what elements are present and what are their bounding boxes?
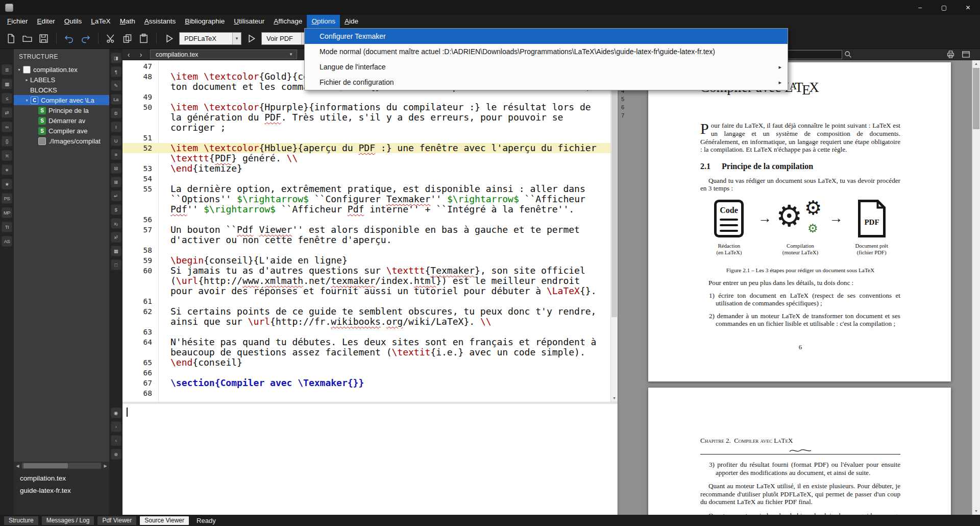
code-line[interactable] (158, 327, 610, 337)
asymptote-panel-icon[interactable]: AS (2, 236, 12, 247)
scroll-down-icon[interactable]: ▼ (611, 395, 618, 402)
code-line[interactable]: beaucoup de questions assez facilement (… (158, 347, 610, 357)
itemize-icon[interactable]: ⊟ (111, 163, 121, 174)
messages-log-panel[interactable] (122, 404, 618, 515)
menu-item-outils[interactable]: Outils (60, 15, 87, 28)
matrix-icon[interactable]: ▦ (111, 246, 121, 256)
subscript-icon[interactable]: x₂ (111, 218, 121, 229)
editor-vscrollbar[interactable]: ▲ ▼ (610, 60, 618, 402)
underline-icon[interactable]: U (111, 135, 121, 146)
structure-hscrollbar[interactable]: ◀ ▶ (14, 462, 109, 470)
run-quickbuild-icon[interactable] (163, 32, 176, 45)
code-area[interactable]: 4748\item \textcolor{Gold}{code source :… (122, 60, 610, 402)
cut-icon[interactable] (105, 32, 117, 45)
code-line[interactable]: N'hésite pas quand tu débutes. Les deux … (158, 337, 610, 347)
pstricks-panel-icon[interactable]: PS (2, 193, 12, 204)
menu-item-assistants[interactable]: Assistants (140, 15, 181, 28)
scroll-down-icon[interactable]: ▼ (972, 508, 980, 515)
tab-next-icon[interactable]: › (135, 50, 147, 60)
delimiters-panel-icon[interactable]: {} (2, 136, 12, 147)
relations-panel-icon[interactable]: ≤ (2, 93, 12, 104)
quickbuild-select[interactable]: PDFLaTeX ▼ (179, 32, 241, 45)
code-line[interactable]: \end{itemize} (158, 163, 610, 174)
tree-item[interactable]: BLOCKS (14, 85, 109, 95)
code-line[interactable]: \end{conseil} (158, 357, 610, 368)
toggle-structure[interactable]: Structure (4, 516, 38, 525)
pdf-page-indicator[interactable]: 6 (621, 104, 624, 110)
scroll-up-icon[interactable]: ▲ (972, 60, 980, 67)
edit-icon[interactable]: ✎ (111, 80, 121, 91)
align-left-icon[interactable]: ≡ (111, 149, 121, 160)
undo-icon[interactable] (63, 32, 76, 45)
math-mode-icon[interactable]: $ (111, 204, 121, 215)
menu-item-utilisateur[interactable]: Utilisateur (229, 15, 269, 28)
options-menu-item[interactable]: Langue de l'interface▸ (305, 59, 788, 75)
code-line[interactable]: \item \textcolor{Hblue}{aperçu du PDF :}… (158, 143, 610, 153)
code-line[interactable] (158, 92, 610, 102)
tree-item[interactable]: SDémarrer av (14, 115, 109, 126)
close-icon[interactable]: ⊗ (111, 449, 121, 460)
toggle-source-viewer[interactable]: Source Viewer (140, 516, 189, 525)
hscroll-track[interactable] (22, 463, 101, 469)
prev-icon[interactable]: ‹ (111, 435, 121, 446)
menu-item-affichage[interactable]: Affichage (269, 15, 307, 28)
latex-render-icon[interactable]: La (111, 94, 121, 105)
menu-item-math[interactable]: Math (115, 15, 140, 28)
open-file-icon[interactable] (21, 32, 34, 45)
code-line[interactable] (158, 388, 610, 398)
vscroll-thumb[interactable] (611, 68, 617, 317)
open-file-selector[interactable]: compilation.tex ▼ (150, 50, 297, 59)
copy-icon[interactable] (121, 32, 134, 45)
most-used-panel-icon[interactable]: ∗ (2, 164, 12, 175)
code-line[interactable] (158, 296, 610, 306)
symbols-panel-icon[interactable]: ▦ (2, 79, 12, 89)
metapost-panel-icon[interactable]: MP (2, 207, 12, 218)
code-line[interactable]: ``Options'' $\rightarrow$ ``Configurer T… (158, 194, 610, 204)
view-select[interactable]: Voir PDF ▼ (261, 32, 310, 45)
greek-panel-icon[interactable]: π (2, 150, 12, 161)
tikz-panel-icon[interactable]: TI (2, 222, 12, 232)
structure-panel-icon[interactable]: ≣ (2, 64, 12, 75)
code-line[interactable]: (\url{http://www.xmlmath.net/texmaker/in… (158, 276, 610, 286)
favourites-panel-icon[interactable]: ★ (2, 179, 12, 189)
tree-item[interactable]: SPrincipe de la (14, 105, 109, 115)
menu-item-aide[interactable]: Aide (340, 15, 363, 28)
save-icon[interactable] (37, 32, 50, 45)
tree-item[interactable]: ▾compilation.tex (14, 64, 109, 75)
tab-prev-icon[interactable]: ‹ (122, 50, 135, 60)
tree-item[interactable]: ./Images/compilat (14, 136, 109, 146)
newline-icon[interactable]: ↵ (111, 190, 121, 201)
tree-item[interactable]: ▾CCompiler avec \La (14, 95, 109, 105)
toggle-pdf-viewer[interactable]: Pdf Viewer (97, 516, 136, 525)
code-line[interactable]: d'activer ou non cette fenêtre d'aperçu. (158, 235, 610, 245)
code-line[interactable]: \begin{conseil}{L'aide en ligne} (158, 255, 610, 266)
options-menu-item[interactable]: Fichier de configuration▸ (305, 75, 788, 90)
pdf-vscrollbar[interactable]: ▲ ▼ (972, 60, 980, 515)
redo-icon[interactable] (79, 32, 92, 45)
tree-item[interactable]: ▸LABELS (14, 75, 109, 85)
pdf-page-indicator[interactable]: 5 (621, 96, 624, 102)
code-line[interactable] (158, 174, 610, 184)
code-line[interactable]: Si certains points de ce guide te semble… (158, 306, 610, 317)
tree-item[interactable]: SCompiler ave (14, 126, 109, 136)
open-file-item[interactable]: compilation.tex (14, 472, 109, 485)
eye-icon[interactable]: ◉ (111, 408, 121, 418)
code-line[interactable] (158, 133, 610, 143)
close-button[interactable]: ✕ (956, 0, 980, 15)
open-file-item[interactable]: guide-latex-fr.tex (14, 485, 109, 497)
code-line[interactable]: \section{Compiler avec \Texmaker{}} (158, 378, 610, 388)
minimize-button[interactable]: – (908, 0, 932, 15)
menu-item-bibliographie[interactable]: Bibliographie (180, 15, 229, 28)
code-line[interactable]: Pdf'' $\rightarrow$ ``Afficheur Pdf inte… (158, 204, 610, 214)
code-line[interactable] (158, 245, 610, 255)
code-line[interactable]: La dernière option, extrêmement pratique… (158, 184, 610, 194)
menu-item-fichier[interactable]: Fichier (3, 15, 33, 28)
menu-item-options[interactable]: Options (307, 15, 340, 28)
options-menu-item[interactable]: Mode normal (document maître actuel :D:\… (305, 44, 788, 59)
toggle-messages-log[interactable]: Messages / Log (42, 516, 94, 525)
misc-math-panel-icon[interactable]: ∞ (2, 122, 12, 132)
print-icon[interactable] (944, 50, 957, 60)
wizard-icon[interactable]: ◨ (111, 53, 121, 63)
code-line[interactable]: \item \textcolor{Hpurple}{informations d… (158, 102, 610, 112)
code-line[interactable] (158, 214, 610, 225)
